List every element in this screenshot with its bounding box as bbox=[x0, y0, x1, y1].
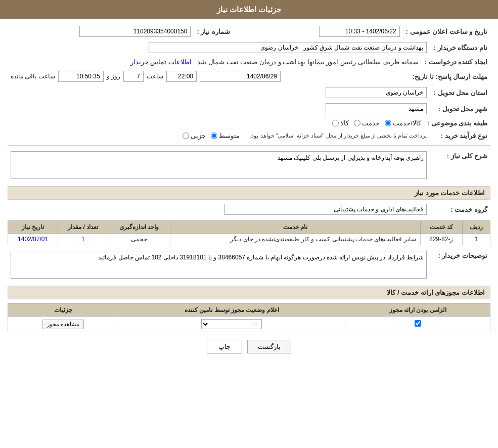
category-label: طبقه بندی موضوعی : bbox=[424, 118, 490, 128]
creator-label: ایجاد کننده درخواست : bbox=[422, 57, 490, 67]
col-header-qty: تعداد / مقدار bbox=[58, 221, 108, 234]
list-item: --دارمندارم مشاهده مجوز bbox=[8, 317, 490, 332]
service-group-input[interactable] bbox=[224, 204, 427, 215]
col-header-name: نام خدمت bbox=[170, 221, 421, 234]
deadline-time-input[interactable] bbox=[166, 71, 197, 82]
purchase-option-2[interactable]: متوسط bbox=[211, 132, 240, 140]
col-header-code: کد خدمت bbox=[420, 221, 462, 234]
buyer-org-input[interactable] bbox=[149, 42, 427, 53]
category-option-1[interactable]: کالا bbox=[332, 119, 349, 127]
buyer-notes-textarea[interactable] bbox=[11, 251, 427, 279]
page-title: جزئیات اطلاعات نیاز bbox=[217, 5, 281, 14]
province-label: استان محل تحویل : bbox=[430, 85, 490, 100]
purchase-type-label: نوع فرآیند خرید : bbox=[430, 130, 490, 141]
remain-time-input[interactable] bbox=[58, 71, 104, 82]
remain-time-label: ساعت باقی مانده bbox=[11, 73, 55, 80]
col-header-row: ردیف bbox=[462, 221, 490, 234]
announce-date-label: تاریخ و ساعت اعلان عمومی : bbox=[403, 24, 490, 38]
col-header-unit: واحد اندازه‌گیری bbox=[108, 221, 170, 234]
col-header-date: تاریخ نیاز bbox=[8, 221, 58, 234]
need-number-label: شماره نیاز : bbox=[194, 24, 234, 38]
footer-buttons: بازگشت چاپ bbox=[8, 340, 490, 353]
back-button[interactable]: بازگشت bbox=[247, 340, 291, 353]
need-number-input[interactable] bbox=[79, 26, 191, 37]
license-col-required: الزامی بودن ارائه مجوز bbox=[345, 304, 490, 317]
desc-textarea[interactable] bbox=[11, 151, 427, 179]
contact-link[interactable]: اطلاعات تماس خریدار bbox=[130, 58, 192, 66]
license-col-status: اعلام وضعیت مجوز توسط نامین کننده bbox=[118, 304, 345, 317]
category-option-2[interactable]: خدمت bbox=[354, 119, 380, 127]
buyer-notes-label: توضیحات خریدار : bbox=[430, 249, 490, 282]
city-label: شهر محل تحویل : bbox=[430, 102, 490, 116]
purchase-option-1[interactable]: جزیی bbox=[183, 132, 206, 140]
buyer-org-label: نام دستگاه خریدار : bbox=[430, 40, 490, 55]
license-required-checkbox[interactable] bbox=[415, 320, 421, 327]
days-input[interactable] bbox=[123, 71, 144, 82]
services-section-title: اطلاعات خدمات مورد نیاز bbox=[8, 186, 490, 200]
license-section-title: اطلاعات مجوزهای ارائه خدمت / کالا bbox=[8, 286, 490, 299]
days-label: روز و bbox=[107, 73, 120, 80]
print-button[interactable]: چاپ bbox=[207, 340, 242, 353]
license-status-select[interactable]: --دارمندارم bbox=[201, 319, 262, 329]
desc-label: شرح کلی نیاز : bbox=[430, 150, 490, 182]
view-license-button[interactable]: مشاهده مجوز bbox=[42, 320, 84, 329]
service-group-label: گروه خدمت : bbox=[430, 202, 490, 216]
time-label: ساعت bbox=[147, 73, 163, 80]
table-row: 1 ز-82-829 سایر فعالیت‌های خدمات پشتیبان… bbox=[8, 234, 490, 245]
purchase-note: پرداخت تمام یا بخشی از مبلغ خریدار از مح… bbox=[250, 132, 427, 139]
license-col-details: جزئیات bbox=[8, 304, 118, 317]
deadline-label: مهلت ارسال پاسخ: تا تاریخ: bbox=[410, 69, 490, 83]
announce-date-input[interactable] bbox=[319, 26, 400, 37]
province-input[interactable] bbox=[326, 87, 427, 98]
creator-value: سمانه ظریف سلطانی رئیس امور بیمانها بهدا… bbox=[197, 58, 418, 66]
city-input[interactable] bbox=[326, 103, 427, 114]
page-header: جزئیات اطلاعات نیاز bbox=[0, 0, 498, 19]
deadline-date-input[interactable] bbox=[200, 71, 281, 82]
category-option-3[interactable]: کالا/خدمت bbox=[385, 119, 421, 127]
